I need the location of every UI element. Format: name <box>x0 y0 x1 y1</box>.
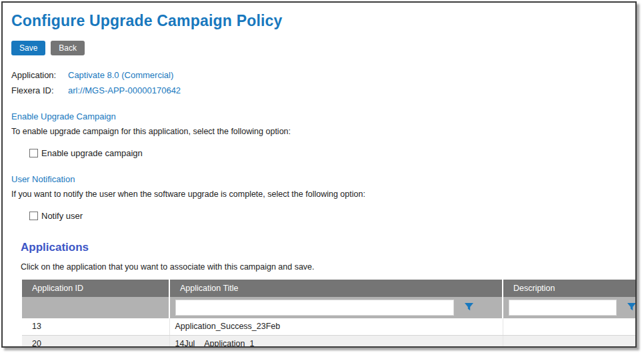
application-row: Application: Captivate 8.0 (Commercial) <box>11 70 635 80</box>
table-header-row: Application ID Application Title Descrip… <box>22 280 637 297</box>
filter-cell-application-title <box>169 297 503 318</box>
filter-cell-application-id <box>22 297 169 318</box>
application-title-cell[interactable]: Application_Success_23Feb <box>169 318 503 335</box>
enable-upgrade-campaign-section: Enable Upgrade Campaign To enable upgrad… <box>11 111 635 158</box>
table-filter-row <box>22 297 637 318</box>
notify-user-checkbox-label: Notify user <box>41 211 83 221</box>
enable-upgrade-campaign-description: To enable upgrade campaign for this appl… <box>11 127 635 136</box>
flexera-id-label: Flexera ID: <box>11 85 68 95</box>
toolbar: Save Back <box>11 41 635 55</box>
save-button[interactable]: Save <box>11 41 45 55</box>
application-link[interactable]: Captivate 8.0 (Commercial) <box>68 70 173 80</box>
enable-upgrade-campaign-heading: Enable Upgrade Campaign <box>11 111 635 121</box>
flexera-id-link[interactable]: arl://MGS-APP-00000170642 <box>68 85 181 95</box>
application-label: Application: <box>11 70 68 80</box>
description-filter-input[interactable] <box>509 300 617 316</box>
application-title-filter-input[interactable] <box>175 300 454 316</box>
column-header-application-title[interactable]: Application Title <box>169 280 503 297</box>
filter-funnel-icon <box>627 303 636 312</box>
application-row-13[interactable]: 13 Application_Success_23Feb <box>22 318 637 335</box>
application-description-cell[interactable] <box>503 335 637 348</box>
application-title-filter-button[interactable] <box>465 303 473 312</box>
application-title-cell[interactable]: 14Jul__Application_1 <box>169 335 503 348</box>
configure-upgrade-campaign-window: Configure Upgrade Campaign Policy Save B… <box>1 1 637 348</box>
user-notification-section: User Notification If you want to notify … <box>11 174 635 221</box>
flexera-id-row: Flexera ID: arl://MGS-APP-00000170642 <box>11 85 635 95</box>
notify-user-checkbox[interactable] <box>29 212 38 220</box>
page-title: Configure Upgrade Campaign Policy <box>11 12 635 30</box>
applications-table: Application ID Application Title Descrip… <box>22 280 637 348</box>
enable-upgrade-campaign-checkbox-row: Enable upgrade campaign <box>29 148 635 158</box>
application-id-cell[interactable]: 20 <box>22 335 169 348</box>
description-filter-button[interactable] <box>627 303 636 312</box>
application-id-cell[interactable]: 13 <box>22 318 169 335</box>
application-row-20[interactable]: 20 14Jul__Application_1 <box>22 335 637 348</box>
applications-heading: Applications <box>21 241 635 254</box>
application-info: Application: Captivate 8.0 (Commercial) … <box>11 70 635 95</box>
user-notification-heading: User Notification <box>11 174 635 184</box>
applications-description: Click on the application that you want t… <box>21 262 635 272</box>
enable-upgrade-campaign-checkbox-label: Enable upgrade campaign <box>41 148 143 158</box>
back-button[interactable]: Back <box>51 41 85 55</box>
filter-cell-description <box>503 297 637 318</box>
notify-user-checkbox-row: Notify user <box>29 211 635 221</box>
column-header-description[interactable]: Description <box>503 280 637 297</box>
application-description-cell[interactable] <box>503 318 637 335</box>
user-notification-description: If you want to notify the user when the … <box>11 190 635 199</box>
filter-funnel-icon <box>465 303 473 312</box>
column-header-application-id[interactable]: Application ID <box>22 280 169 297</box>
enable-upgrade-campaign-checkbox[interactable] <box>29 149 38 157</box>
